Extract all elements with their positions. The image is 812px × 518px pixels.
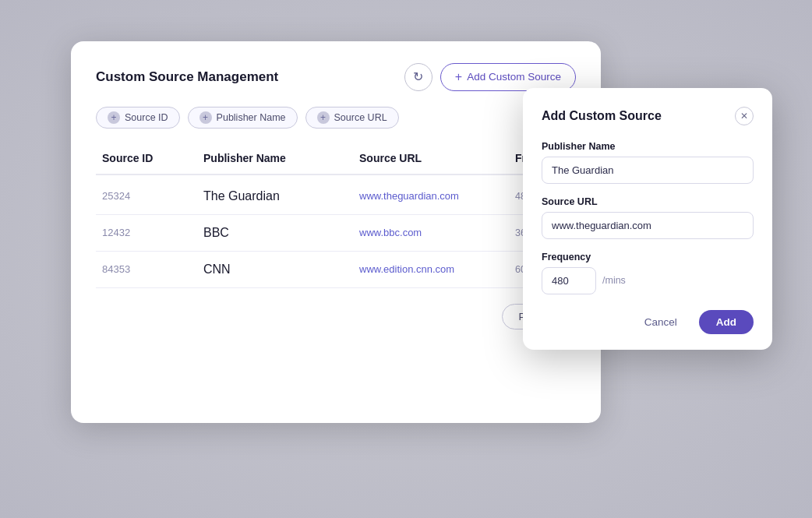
frequency-label: Frequency <box>542 252 754 263</box>
source-url-input[interactable] <box>542 212 754 239</box>
add-custom-source-button[interactable]: + Add Custom Source <box>440 63 576 91</box>
publisher-name-label: Publisher Name <box>542 141 754 152</box>
table-row: 12432 BBC www.bbc.com 360 min <box>96 215 576 252</box>
cell-url-1: www.theguardian.com <box>353 187 509 205</box>
frequency-row: /mins <box>542 267 754 294</box>
modal-close-button[interactable]: ✕ <box>735 107 754 125</box>
chip-source-url[interactable]: + Source URL <box>305 107 399 129</box>
col-publisher-name: Publisher Name <box>197 149 353 167</box>
filter-chips: + Source ID + Publisher Name + Source UR… <box>96 107 576 129</box>
add-custom-source-modal: Add Custom Source ✕ Publisher Name Sourc… <box>523 88 772 350</box>
table: Source ID Publisher Name Source URL Freq… <box>96 143 576 288</box>
table-header: Source ID Publisher Name Source URL Freq… <box>96 143 576 175</box>
frequency-input[interactable] <box>542 267 596 294</box>
card-header: Custom Source Management ↻ + Add Custom … <box>96 63 576 91</box>
chip-source-id-label: Source ID <box>125 112 168 123</box>
publisher-name-group: Publisher Name <box>542 141 754 184</box>
cell-source-id-2: 12432 <box>96 224 197 241</box>
chip-source-url-label: Source URL <box>334 112 387 123</box>
cell-url-2: www.bbc.com <box>353 224 509 241</box>
header-actions: ↻ + Add Custom Source <box>404 63 576 91</box>
modal-title: Add Custom Source <box>542 109 662 123</box>
source-url-label: Source URL <box>542 196 754 207</box>
add-custom-source-label: Add Custom Source <box>467 71 561 83</box>
table-row: 25324 The Guardian www.theguardian.com 4… <box>96 178 576 215</box>
chip-source-id[interactable]: + Source ID <box>96 107 180 129</box>
chip-publisher-name[interactable]: + Publisher Name <box>188 107 298 129</box>
chip-plus-icon-2: + <box>199 111 212 124</box>
modal-footer: Cancel Add <box>542 310 754 334</box>
add-button[interactable]: Add <box>699 310 754 334</box>
cancel-button[interactable]: Cancel <box>630 310 691 334</box>
publisher-name-input[interactable] <box>542 157 754 184</box>
cell-url-3: www.edition.cnn.com <box>353 260 509 278</box>
main-card: Custom Source Management ↻ + Add Custom … <box>71 41 601 423</box>
frequency-group: Frequency /mins <box>542 252 754 294</box>
cell-source-id-3: 84353 <box>96 260 197 278</box>
pagination: Previous <box>96 304 576 329</box>
chip-publisher-name-label: Publisher Name <box>217 112 286 123</box>
cell-publisher-1: The Guardian <box>197 186 353 206</box>
cell-publisher-2: BBC <box>197 223 353 243</box>
page-title: Custom Source Management <box>96 69 278 85</box>
close-icon: ✕ <box>740 111 748 122</box>
chip-plus-icon-3: + <box>317 111 330 124</box>
col-source-id: Source ID <box>96 149 197 167</box>
refresh-icon: ↻ <box>413 69 423 84</box>
plus-icon: + <box>455 70 462 84</box>
modal-header: Add Custom Source ✕ <box>542 107 754 125</box>
refresh-button[interactable]: ↻ <box>404 63 432 91</box>
table-row: 84353 CNN www.edition.cnn.com 600 min <box>96 252 576 288</box>
cell-source-id-1: 25324 <box>96 187 197 205</box>
chip-plus-icon: + <box>108 111 120 124</box>
cell-publisher-3: CNN <box>197 259 353 280</box>
col-source-url: Source URL <box>353 149 509 167</box>
source-url-group: Source URL <box>542 196 754 239</box>
frequency-unit: /mins <box>602 275 626 286</box>
